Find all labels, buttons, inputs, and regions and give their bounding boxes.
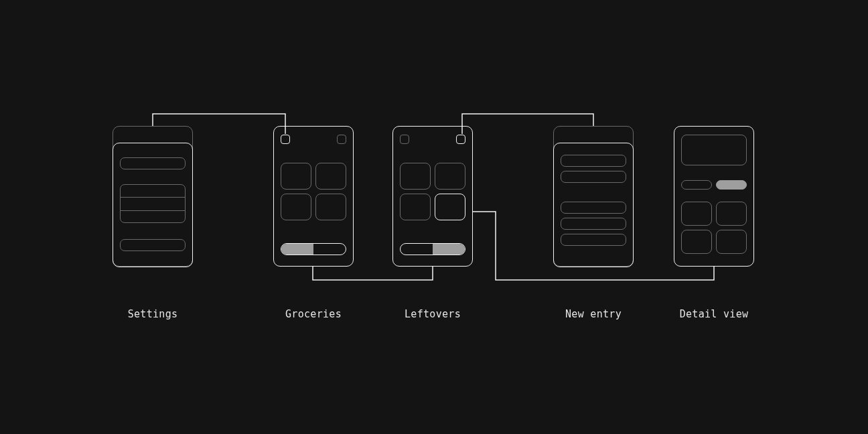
- grocery-tile: [315, 194, 346, 220]
- detail-tile: [681, 202, 712, 226]
- wireframe-flow-diagram: Settings Groceries Leftovers New entry D…: [0, 0, 868, 434]
- settings-icon: [400, 135, 409, 144]
- settings-group: [120, 184, 186, 223]
- screen-detail-view: [674, 126, 754, 267]
- leftover-tile-selected: [435, 194, 465, 220]
- tab-leftovers: [313, 244, 346, 255]
- screen-new-entry: [553, 126, 634, 267]
- form-row: [561, 218, 626, 230]
- label-leftovers: Leftovers: [366, 308, 500, 320]
- grocery-tile: [315, 163, 346, 190]
- add-icon: [337, 135, 346, 144]
- settings-group-divider: [120, 210, 186, 211]
- leftover-tile: [400, 194, 431, 220]
- form-row: [561, 171, 626, 183]
- form-row: [561, 234, 626, 246]
- tab-groceries: [401, 244, 433, 255]
- label-detail-view: Detail view: [647, 308, 781, 320]
- screen-groceries: [273, 126, 354, 267]
- screen-leftovers: [392, 126, 473, 267]
- settings-row: [120, 157, 186, 169]
- screen-settings: [113, 126, 193, 267]
- detail-hero: [681, 135, 747, 165]
- settings-icon: [281, 135, 290, 144]
- grocery-tile: [281, 163, 311, 190]
- form-row: [561, 155, 626, 167]
- label-groceries: Groceries: [246, 308, 380, 320]
- grocery-tile: [281, 194, 311, 220]
- tab-leftovers-active: [433, 244, 465, 255]
- label-settings: Settings: [86, 308, 220, 320]
- label-new-entry: New entry: [526, 308, 660, 320]
- form-row: [561, 202, 626, 214]
- tab-segmented-control: [281, 243, 346, 255]
- add-icon: [456, 135, 465, 144]
- detail-chip: [681, 180, 712, 190]
- detail-tile: [681, 230, 712, 254]
- tab-segmented-control: [400, 243, 465, 255]
- detail-tile: [716, 202, 747, 226]
- settings-row: [120, 239, 186, 251]
- tab-groceries-active: [281, 244, 313, 255]
- detail-chip-active: [716, 180, 747, 190]
- detail-tile: [716, 230, 747, 254]
- leftover-tile: [435, 163, 465, 190]
- leftover-tile: [400, 163, 431, 190]
- settings-group-divider: [120, 197, 186, 198]
